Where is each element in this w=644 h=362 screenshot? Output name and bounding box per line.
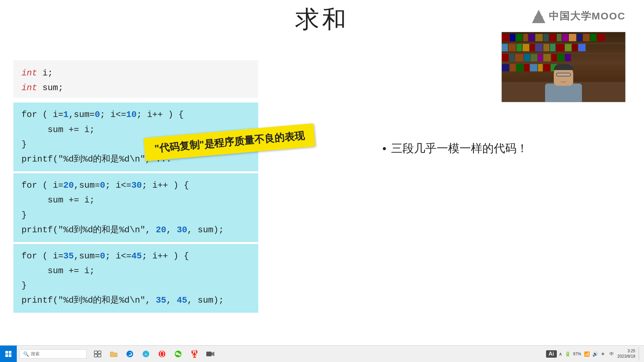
file-explorer-button[interactable] xyxy=(106,346,121,362)
wechat-button[interactable] xyxy=(170,346,186,362)
code-panel: int i; int sum; for ( i=1,sum=0; i<=10; … xyxy=(13,60,258,313)
video-thumbnail[interactable] xyxy=(501,32,626,102)
svg-rect-6 xyxy=(94,351,97,354)
app-video-button[interactable] xyxy=(203,346,218,362)
svg-rect-2 xyxy=(5,351,8,354)
camera-icon xyxy=(206,351,215,357)
task-view-icon xyxy=(94,351,101,357)
system-tray: Ai ∧ 🔋 97% 📶 🔊 ☀ 中 3:25 2023/8/19 xyxy=(546,347,644,361)
folder-icon xyxy=(110,351,118,357)
wechat-icon xyxy=(174,350,182,358)
ai-badge[interactable]: Ai xyxy=(546,350,557,358)
code-declarations: int i; int sum; xyxy=(13,60,258,98)
code-block-3: for ( i=35,sum=0; i<=45; i++ ) { sum += … xyxy=(13,244,258,313)
start-button[interactable] xyxy=(0,346,17,362)
windows-icon xyxy=(5,351,11,357)
svg-text:e: e xyxy=(145,352,147,356)
bullet-text: 三段几乎一模一样的代码！ xyxy=(391,141,528,156)
mooc-logo: 中国大学MOOC xyxy=(532,9,626,23)
svg-rect-7 xyxy=(98,351,101,354)
bullet-dot: • xyxy=(382,142,386,155)
search-icon: 🔍 xyxy=(23,351,29,357)
clock-date: 2023/8/19 xyxy=(618,354,635,359)
svg-rect-18 xyxy=(206,352,212,356)
battery-icon[interactable]: 🔋 xyxy=(565,351,571,357)
mooc-logo-icon xyxy=(532,10,545,23)
opera-button[interactable] xyxy=(154,346,170,362)
svg-point-17 xyxy=(178,354,181,356)
svg-rect-5 xyxy=(9,354,11,357)
ie-icon: e xyxy=(142,350,150,358)
keyword-int-2: int xyxy=(21,83,37,93)
taskbar-apps: e 🦞 xyxy=(90,346,218,362)
svg-rect-1 xyxy=(535,16,543,23)
svg-rect-4 xyxy=(5,354,8,357)
right-panel: • 三段几乎一模一样的代码！ xyxy=(382,141,617,156)
taskbar: 🔍 搜索 xyxy=(0,345,644,362)
svg-rect-8 xyxy=(94,354,97,357)
app-crab-button[interactable]: 🦞 xyxy=(186,346,202,362)
svg-rect-3 xyxy=(9,351,11,354)
clock-area[interactable]: 3:25 2023/8/19 xyxy=(618,349,635,359)
show-desktop-button[interactable] xyxy=(639,347,641,361)
search-label: 搜索 xyxy=(31,351,40,357)
svg-rect-9 xyxy=(98,354,101,357)
volume-icon[interactable]: 🔊 xyxy=(592,351,598,357)
task-view-button[interactable] xyxy=(90,346,105,362)
clock-time: 3:25 xyxy=(618,349,635,354)
tray-icons: ∧ 🔋 97% 📶 🔊 ☀ 中 xyxy=(559,350,615,358)
code-block-2: for ( i=20,sum=0; i<=30; i++ ) { sum += … xyxy=(13,173,258,242)
ie-browser-button[interactable]: e xyxy=(138,346,154,362)
opera-icon xyxy=(158,350,166,358)
crab-icon: 🦞 xyxy=(190,350,199,358)
svg-marker-19 xyxy=(212,352,214,356)
mooc-logo-text: 中国大学MOOC xyxy=(549,9,626,23)
battery-pct: 97% xyxy=(573,352,581,356)
taskbar-search[interactable]: 🔍 搜索 xyxy=(19,349,87,359)
edge-icon xyxy=(126,350,134,358)
edge-browser-button[interactable] xyxy=(122,346,138,362)
show-hidden-icon[interactable]: ∧ xyxy=(559,351,562,357)
wifi-icon[interactable]: 📶 xyxy=(584,351,590,357)
brightness-icon[interactable]: ☀ xyxy=(601,351,605,357)
lang-indicator[interactable]: 中 xyxy=(608,350,615,358)
keyword-int-1: int xyxy=(21,68,37,78)
